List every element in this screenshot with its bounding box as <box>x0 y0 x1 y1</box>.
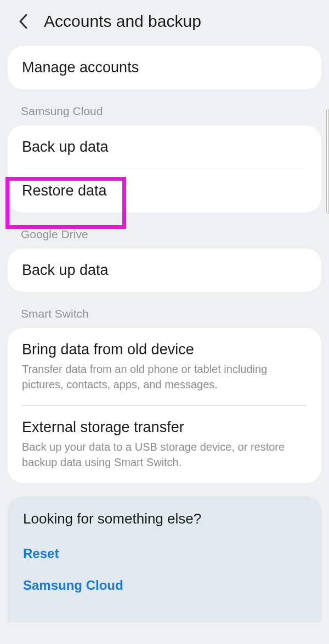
external-storage-sub: Back up your data to a USB storage devic… <box>22 439 307 470</box>
google-backup-item[interactable]: Back up data <box>8 249 321 292</box>
external-storage-item[interactable]: External storage transfer Back up your d… <box>8 406 321 483</box>
scrollbar-indicator <box>326 110 329 214</box>
external-storage-title: External storage transfer <box>22 419 307 436</box>
bring-data-title: Bring data from old device <box>22 341 307 358</box>
samsung-backup-label: Back up data <box>22 139 307 156</box>
manage-accounts-card: Manage accounts <box>8 46 321 89</box>
section-smart-switch-label: Smart Switch <box>0 302 329 328</box>
footer-title: Looking for something else? <box>23 510 306 527</box>
header-bar: Accounts and backup <box>0 0 329 46</box>
manage-accounts-label: Manage accounts <box>22 59 307 76</box>
section-google-drive-label: Google Drive <box>0 222 329 249</box>
smart-switch-card: Bring data from old device Transfer data… <box>8 328 321 483</box>
reset-link[interactable]: Reset <box>23 543 306 565</box>
samsung-cloud-link[interactable]: Samsung Cloud <box>23 574 306 596</box>
footer-card: Looking for something else? Reset Samsun… <box>8 496 321 623</box>
back-icon[interactable] <box>15 14 31 29</box>
section-samsung-cloud-label: Samsung Cloud <box>0 99 329 125</box>
samsung-backup-item[interactable]: Back up data <box>8 125 321 169</box>
samsung-cloud-card: Back up data Restore data <box>8 125 321 212</box>
page-title: Accounts and backup <box>44 12 201 31</box>
google-backup-label: Back up data <box>22 262 307 279</box>
google-drive-card: Back up data <box>8 249 321 292</box>
manage-accounts-item[interactable]: Manage accounts <box>8 46 321 89</box>
bring-data-item[interactable]: Bring data from old device Transfer data… <box>8 328 321 405</box>
bring-data-sub: Transfer data from an old phone or table… <box>22 361 307 392</box>
samsung-restore-item[interactable]: Restore data <box>8 169 321 212</box>
samsung-restore-label: Restore data <box>22 182 307 199</box>
